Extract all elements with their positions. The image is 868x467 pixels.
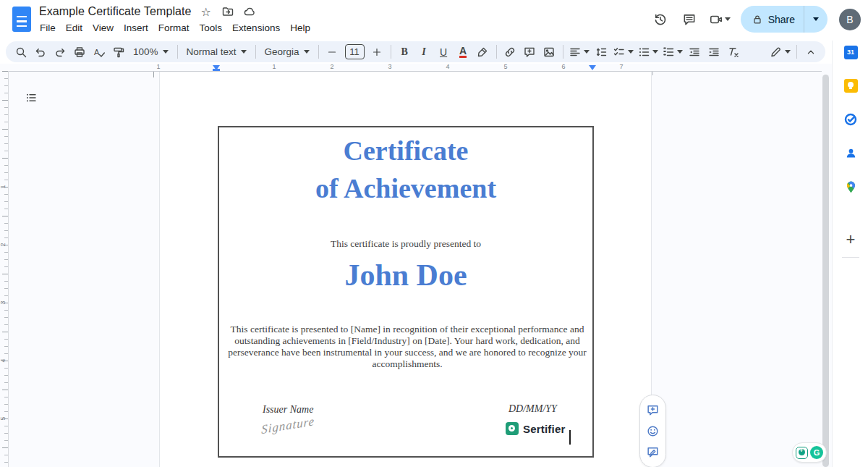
document-canvas: 1 1 2 3 4 5 6 7 1 2 3 4 5 — [0, 64, 832, 467]
topbar: Example Certificate Template ☆ File Edit… — [0, 0, 868, 41]
increase-font-size-button[interactable] — [368, 43, 386, 61]
issuer-label[interactable]: Issuer Name — [263, 404, 313, 416]
emoji-reaction-icon[interactable] — [644, 422, 662, 440]
text-color-button[interactable]: A — [454, 43, 472, 61]
share-label: Share — [768, 14, 795, 25]
date-label[interactable]: DD/MM/YY — [509, 403, 557, 415]
chevron-down-icon — [628, 50, 634, 54]
doc-title[interactable]: Example Certificate Template — [39, 5, 192, 18]
chevron-down-icon — [677, 50, 683, 54]
checklist-icon[interactable] — [612, 43, 635, 61]
sertifier-wordmark: Sertifier — [523, 423, 566, 435]
paragraph-style-select[interactable]: Normal text — [182, 43, 251, 61]
signature-text[interactable]: Signature — [261, 414, 315, 437]
menu-format[interactable]: Format — [153, 20, 195, 35]
cloud-status-icon[interactable] — [242, 4, 257, 19]
collapse-toolbar-icon[interactable] — [801, 43, 820, 61]
version-history-icon[interactable] — [651, 10, 670, 29]
chevron-down-icon — [725, 17, 731, 21]
menu-view[interactable]: View — [88, 20, 119, 35]
menu-help[interactable]: Help — [285, 20, 315, 35]
spellcheck-icon[interactable]: A — [90, 43, 108, 61]
decrease-indent-icon[interactable] — [686, 43, 704, 61]
increase-indent-icon[interactable] — [705, 43, 723, 61]
clear-formatting-icon[interactable] — [725, 43, 743, 61]
certificate-border: Certificate of Achievement This certific… — [218, 126, 594, 458]
menu-file[interactable]: File — [35, 20, 61, 35]
menu-edit[interactable]: Edit — [61, 20, 88, 35]
toolbar: A 100% Normal text Georgia 11 B I U A — [6, 41, 825, 62]
svg-text:A: A — [94, 47, 100, 56]
document-outline-icon[interactable] — [23, 90, 39, 106]
google-keep-icon[interactable] — [833, 77, 868, 94]
google-calendar-icon[interactable]: 31 — [833, 43, 868, 61]
menu-extensions[interactable]: Extensions — [227, 20, 285, 35]
vertical-scrollbar[interactable] — [822, 75, 829, 467]
menubar: File Edit View Insert Format Tools Exten… — [35, 20, 315, 35]
insert-link-icon[interactable] — [501, 43, 519, 61]
comments-icon[interactable] — [680, 10, 699, 29]
search-icon[interactable] — [12, 43, 30, 61]
quick-actions-pill — [639, 395, 666, 467]
recipient-name[interactable]: John Doe — [219, 258, 592, 293]
editing-mode-pen-icon[interactable] — [767, 43, 792, 61]
numbered-list-icon[interactable] — [661, 43, 684, 61]
undo-icon[interactable] — [31, 43, 49, 61]
print-icon[interactable] — [70, 43, 88, 61]
menu-insert[interactable]: Insert — [119, 20, 153, 35]
left-indent-marker[interactable] — [213, 65, 220, 70]
presented-to-text[interactable]: This certificate is proudly presented to — [219, 238, 592, 250]
avatar[interactable]: B — [839, 9, 861, 30]
certificate-body-text[interactable]: This certificate is presented to [Name] … — [226, 324, 588, 370]
align-icon[interactable] — [568, 43, 591, 61]
bold-button[interactable]: B — [396, 43, 414, 61]
line-spacing-icon[interactable] — [592, 43, 610, 61]
grammarly-widget[interactable]: G — [792, 442, 827, 463]
sertifier-icon — [506, 422, 519, 435]
sertifier-logo[interactable]: Sertifier — [506, 422, 566, 435]
share-button[interactable]: Share — [741, 6, 827, 33]
chevron-down-icon — [584, 50, 590, 54]
font-size-input[interactable]: 11 — [345, 44, 365, 59]
grammarly-suggestions-icon[interactable] — [796, 447, 808, 459]
chevron-down-icon — [163, 50, 169, 54]
chevron-down-icon — [241, 50, 247, 54]
chevron-down-icon — [652, 50, 658, 54]
document-page[interactable]: Certificate of Achievement This certific… — [159, 72, 652, 467]
add-comment-icon[interactable] — [644, 401, 662, 419]
video-call-icon — [709, 12, 723, 27]
underline-button[interactable]: U — [435, 43, 453, 61]
docs-logo[interactable] — [12, 7, 31, 32]
right-indent-marker[interactable] — [589, 65, 596, 70]
italic-button[interactable]: I — [415, 43, 433, 61]
font-select[interactable]: Georgia — [260, 43, 314, 61]
google-tasks-icon[interactable] — [833, 111, 868, 128]
text-cursor — [569, 430, 571, 445]
chevron-down-icon — [304, 50, 310, 54]
insert-image-icon[interactable] — [540, 43, 558, 61]
move-folder-icon[interactable] — [221, 4, 235, 19]
menu-tools[interactable]: Tools — [195, 20, 228, 35]
get-addons-plus-icon[interactable]: + — [833, 231, 868, 248]
vertical-ruler: 1 2 3 4 5 — [0, 71, 9, 467]
grammarly-logo-icon[interactable]: G — [810, 446, 823, 459]
paint-format-icon[interactable] — [109, 43, 127, 61]
lock-icon — [752, 14, 763, 25]
video-call-button[interactable] — [709, 12, 731, 27]
decrease-font-size-button[interactable] — [323, 43, 341, 61]
redo-icon[interactable] — [51, 43, 69, 61]
google-contacts-icon[interactable] — [833, 144, 868, 161]
suggest-edits-icon[interactable] — [644, 443, 662, 461]
add-comment-icon[interactable] — [521, 43, 539, 61]
highlight-color-icon[interactable] — [474, 43, 492, 61]
chevron-down-icon — [785, 50, 791, 54]
certificate-title[interactable]: Certificate of Achievement — [219, 132, 592, 207]
star-icon[interactable]: ☆ — [199, 4, 213, 19]
google-maps-icon[interactable] — [833, 178, 868, 195]
share-dropdown[interactable] — [804, 6, 827, 33]
zoom-select[interactable]: 100% — [129, 43, 173, 61]
side-panel: 31 + — [832, 41, 868, 467]
google-docs-app: Example Certificate Template ☆ File Edit… — [0, 0, 868, 467]
bulleted-list-icon[interactable] — [637, 43, 660, 61]
